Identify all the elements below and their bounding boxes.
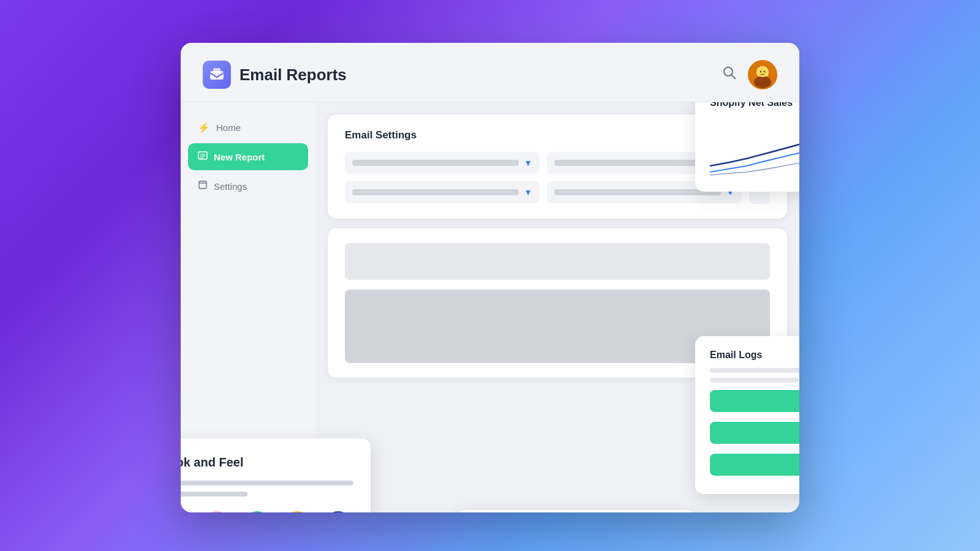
- logo-icon: [203, 61, 231, 89]
- home-icon: ⚡: [198, 122, 210, 133]
- svg-point-7: [758, 67, 767, 77]
- sidebar-item-new-report-label: New Report: [214, 152, 265, 162]
- email-logs-card: Email Logs ✕ ✕ ✕: [695, 336, 799, 494]
- shopify-card: Shopify Net Sales: [695, 102, 799, 192]
- dropdown-field-1[interactable]: ▼: [345, 152, 540, 174]
- secondary-card-content: [345, 243, 770, 280]
- dropdown-bar-1: [352, 160, 519, 166]
- swatch-yellow[interactable]: [282, 511, 313, 512]
- header-right: [722, 60, 777, 89]
- dropdown-bar-3: [352, 189, 519, 195]
- dropdown-arrow-3: ▼: [524, 187, 532, 197]
- dropdown-arrow-1: ▼: [524, 158, 532, 168]
- svg-point-8: [760, 71, 761, 72]
- sidebar-item-settings[interactable]: Settings: [188, 173, 308, 200]
- bottom-small-card: [456, 510, 695, 512]
- log-entry-2: ✕: [710, 422, 799, 444]
- log-entries: ✕ ✕ ✕: [710, 390, 799, 481]
- new-report-icon: [198, 151, 208, 163]
- sidebar-item-new-report[interactable]: New Report: [188, 143, 308, 170]
- svg-line-3: [731, 75, 736, 79]
- swatch-pink[interactable]: [202, 511, 232, 512]
- svg-point-9: [764, 71, 765, 72]
- swatch-dark-blue[interactable]: [323, 511, 353, 512]
- look-feel-bar1: [181, 481, 353, 485]
- chart-area: [710, 117, 799, 178]
- header: Email Reports: [181, 43, 799, 102]
- swatch-blue[interactable]: [181, 511, 192, 512]
- app-title: Email Reports: [239, 66, 347, 84]
- body-layout: ⚡ Home New Report: [181, 102, 799, 512]
- log-entry-3: ✕: [710, 454, 799, 476]
- search-icon[interactable]: [722, 66, 737, 84]
- sidebar-item-settings-label: Settings: [214, 181, 247, 192]
- sidebar-item-home-label: Home: [216, 122, 241, 133]
- main-content: Email Settings ▼ ▼: [315, 102, 799, 512]
- dropdown-field-3[interactable]: ▼: [345, 181, 540, 203]
- color-swatches: [181, 511, 353, 512]
- dropdown-bar-4: [554, 189, 721, 195]
- look-feel-card: Look and Feel: [181, 438, 371, 512]
- logs-placeholder-1: [710, 368, 799, 373]
- svg-point-2: [724, 67, 733, 76]
- email-logs-title: Email Logs: [710, 350, 799, 361]
- look-feel-bar2: [181, 492, 247, 497]
- shopify-card-title: Shopify Net Sales: [710, 102, 799, 108]
- avatar[interactable]: [748, 60, 777, 89]
- svg-rect-14: [199, 181, 206, 189]
- look-feel-title: Look and Feel: [181, 455, 353, 470]
- logs-placeholder-2: [710, 378, 799, 383]
- main-window: Email Reports: [181, 43, 799, 508]
- svg-point-6: [754, 76, 771, 88]
- settings-icon: [198, 180, 208, 192]
- log-entry-1: ✕: [710, 390, 799, 412]
- sidebar-item-home[interactable]: ⚡ Home: [188, 114, 308, 141]
- swatch-green[interactable]: [242, 511, 273, 512]
- svg-rect-1: [213, 68, 221, 73]
- header-left: Email Reports: [203, 61, 347, 89]
